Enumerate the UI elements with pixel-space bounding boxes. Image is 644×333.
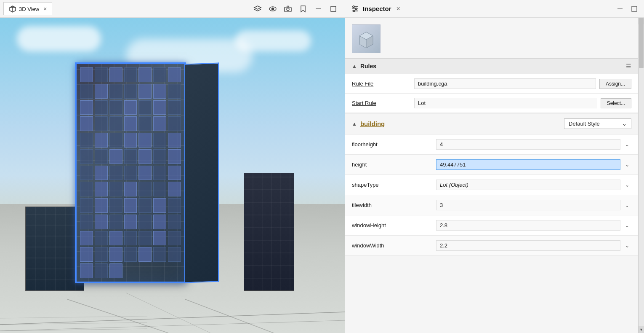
style-dropdown[interactable]: Default Style ⌄ [564,118,631,129]
window-cell [168,116,181,131]
window-cell [168,149,181,164]
building-name[interactable]: building [360,120,385,127]
window-cell [80,215,93,229]
window-cell [138,67,152,82]
attr-value-area: 3⌄ [436,200,631,210]
attr-name: height [352,161,436,168]
attr-chevron-icon[interactable]: ⌄ [623,162,631,168]
attr-value[interactable]: 2.8 [436,220,620,231]
attr-value[interactable]: 49.447751 [436,159,620,170]
bookmark-icon[interactable] [298,4,308,13]
svg-rect-25 [632,6,637,11]
window-cell [109,84,122,99]
attr-name: tilewidth [352,202,436,208]
window-cell [168,133,181,148]
window-cell [124,166,137,180]
attr-value-area: 4⌄ [436,139,631,150]
window-cell [95,116,108,131]
attribute-row: height49.447751⌄ [345,155,638,175]
building-collapse-icon[interactable]: ▲ [352,121,357,127]
tab-3d-view[interactable]: 3D View × [3,2,52,15]
inspector-toolbar-right [615,4,639,13]
viewport-3d[interactable] [0,18,345,333]
window-cell [168,84,181,99]
window-cell [95,231,108,246]
building-icon [357,30,375,48]
window-cell [138,116,152,131]
window-cell [95,100,108,115]
window-cell [153,67,166,82]
attr-chevron-icon[interactable]: ⌄ [623,142,631,148]
camera-icon[interactable] [283,4,293,13]
attr-name: shapeType [352,182,436,188]
attr-chevron-icon[interactable]: ⌄ [623,182,631,188]
attr-value[interactable]: 2.2 [436,240,620,251]
window-cell [80,166,93,180]
window-cell [95,166,108,180]
attr-name: windowWidth [352,242,436,249]
window-cell [109,149,122,164]
window-cell [153,198,166,213]
attr-value[interactable]: 3 [436,200,620,210]
window-cell [138,231,152,246]
maximize-icon[interactable] [329,4,338,13]
scrollbar-thumb[interactable] [639,18,644,68]
attr-chevron-icon[interactable]: ⌄ [623,202,631,208]
attr-value-area: Lot (Object)⌄ [436,180,631,190]
svg-marker-3 [254,6,261,9]
window-cell [168,100,181,115]
window-cell [153,231,166,246]
window-cell [124,84,137,99]
window-cell [80,100,93,115]
window-cell [138,133,152,148]
window-cell [138,100,152,115]
minimize-icon[interactable] [314,4,323,13]
attr-chevron-icon[interactable]: ⌄ [623,223,631,228]
window-cell [109,133,122,148]
tab-close-icon[interactable]: × [43,6,47,12]
inspector-scrollbar[interactable]: ▲ ▼ [638,18,644,333]
window-cell [138,166,152,180]
window-cell [109,231,122,246]
window-cell [95,198,108,213]
rules-options-icon[interactable]: ☰ [626,63,631,70]
rules-collapse-icon[interactable]: ▲ [352,63,357,69]
svg-line-14 [126,293,210,333]
attribute-row: windowHeight2.8⌄ [345,215,638,236]
window-cell [80,231,93,246]
visibility-icon[interactable] [268,4,277,13]
layers-icon[interactable] [253,4,262,13]
inspector-close-icon[interactable]: × [397,5,400,13]
svg-line-11 [0,320,345,331]
road-svg [0,249,345,333]
window-cell [124,133,137,148]
inspector-minimize-icon[interactable] [615,4,625,13]
window-cell [95,149,108,164]
window-cell [124,182,137,196]
attr-value[interactable]: 4 [436,139,620,150]
window-cell [124,100,137,115]
window-cell [124,198,137,213]
window-cell [168,231,181,246]
inspector-maximize-icon[interactable] [630,4,639,13]
window-cell [124,215,137,229]
tab-bar: 3D View × [0,0,345,18]
window-cell [109,182,122,196]
window-cell [138,215,152,229]
start-rule-select-button[interactable]: Select... [601,98,631,108]
inspector-panel: Inspector × [345,0,644,333]
window-cell [153,100,166,115]
object-icon-area [345,18,638,58]
window-cell [95,133,108,148]
window-cell [168,182,181,196]
attr-value[interactable]: Lot (Object) [436,180,620,190]
start-rule-value: Lot [414,98,597,108]
rule-file-row: Rule File building.cga Assign... [345,74,638,94]
rule-file-assign-button[interactable]: Assign... [599,79,631,89]
ground-lines [0,249,345,333]
scrollbar-down-arrow[interactable]: ▼ [639,326,644,333]
object-icon-box [352,24,381,53]
start-rule-label: Start Rule [352,100,411,106]
attr-chevron-icon[interactable]: ⌄ [623,243,631,249]
tab-label: 3D View [19,6,39,12]
